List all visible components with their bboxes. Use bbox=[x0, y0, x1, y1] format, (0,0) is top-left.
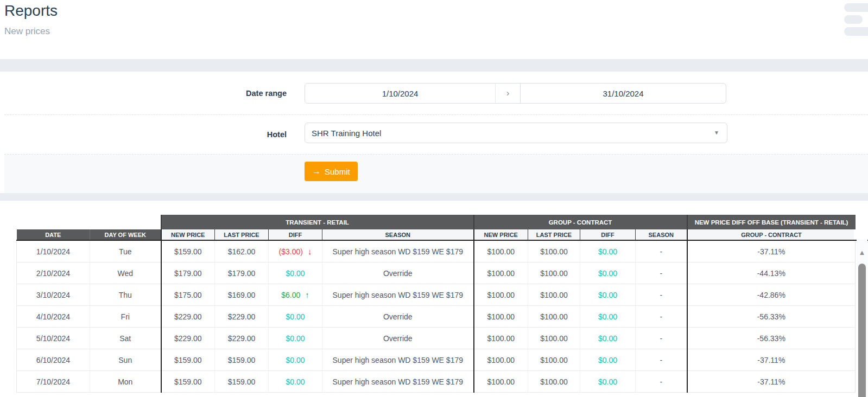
cell-diff-off-base: -37.11% bbox=[687, 240, 856, 262]
hotel-label: Hotel bbox=[4, 115, 287, 154]
cell-transient-new-price: $175.00 bbox=[161, 284, 215, 306]
cell-transient-last-price: $229.00 bbox=[215, 328, 269, 349]
cell-group-last-price: $100.00 bbox=[528, 306, 580, 328]
diff-value: $0.00 bbox=[598, 377, 617, 386]
cell-transient-season: Override bbox=[322, 262, 474, 284]
cell-date: 4/10/2024 bbox=[17, 306, 90, 328]
cell-group-new-price: $100.00 bbox=[474, 349, 528, 371]
cell-diff-off-base: -44.13% bbox=[687, 262, 856, 284]
diff-value: $0.00 bbox=[286, 312, 305, 321]
cell-date: 1/10/2024 bbox=[17, 240, 90, 262]
report-table-card: TRANSIENT - RETAILGROUP - CONTRACTNEW PR… bbox=[4, 201, 868, 397]
cell-transient-new-price: $159.00 bbox=[161, 240, 215, 262]
diff-value: $0.00 bbox=[598, 269, 617, 278]
group-header-new-price-diff: NEW PRICE DIFF OFF BASE (TRANSIENT - RET… bbox=[687, 215, 856, 229]
cell-transient-last-price: $159.00 bbox=[215, 349, 269, 371]
column-header: NEW PRICE bbox=[474, 229, 528, 240]
scroll-up-arrow-icon[interactable]: ▲ bbox=[857, 248, 867, 257]
scrollbar-header-spacer bbox=[854, 229, 868, 241]
cell-date: 2/10/2024 bbox=[17, 262, 90, 284]
cell-transient-last-price: $169.00 bbox=[215, 284, 269, 306]
cell-transient-diff: $0.00 bbox=[269, 306, 322, 328]
hotel-select[interactable]: SHR Training Hotel ▼ bbox=[305, 123, 727, 143]
cell-date: 5/10/2024 bbox=[17, 328, 90, 349]
cell-transient-season: Super high season WD $159 WE $179 bbox=[322, 240, 474, 262]
diff-value: $0.00 bbox=[598, 334, 617, 343]
cell-day-of-week: Mon bbox=[90, 371, 161, 393]
cell-transient-last-price: $162.00 bbox=[215, 240, 269, 262]
report-table-head: TRANSIENT - RETAILGROUP - CONTRACTNEW PR… bbox=[17, 215, 856, 240]
cell-diff-off-base: -56.33% bbox=[687, 306, 856, 328]
chevron-down-icon: ▼ bbox=[714, 130, 719, 136]
table-row: 2/10/2024Wed$179.00$179.00$0.00Override$… bbox=[17, 262, 856, 284]
chevron-right-icon: › bbox=[495, 83, 521, 104]
menu-bar-icon bbox=[844, 27, 868, 36]
cell-group-last-price: $100.00 bbox=[528, 349, 580, 371]
cell-group-last-price: $100.00 bbox=[528, 328, 580, 349]
column-header: DIFF bbox=[580, 229, 636, 240]
cell-group-last-price: $100.00 bbox=[528, 262, 580, 284]
cell-transient-diff: $0.00 bbox=[269, 349, 322, 371]
cell-transient-season: Super high season WD $159 WE $179 bbox=[322, 349, 474, 371]
page-header: Reports New prices bbox=[0, 0, 868, 59]
cell-group-new-price: $100.00 bbox=[474, 262, 528, 284]
cell-group-new-price: $100.00 bbox=[474, 240, 528, 262]
cell-date: 7/10/2024 bbox=[17, 371, 90, 393]
cell-group-last-price: $100.00 bbox=[528, 240, 580, 262]
vertical-scrollbar[interactable]: ▲ bbox=[857, 240, 867, 397]
page-subtitle: New prices bbox=[4, 26, 50, 37]
cell-transient-new-price: $159.00 bbox=[161, 371, 215, 393]
cell-transient-new-price: $229.00 bbox=[161, 306, 215, 328]
table-row: 1/10/2024Tue$159.00$162.00($3.00)↓Super … bbox=[17, 240, 856, 262]
diff-value: $0.00 bbox=[598, 356, 617, 364]
cell-day-of-week: Fri bbox=[90, 306, 161, 328]
cell-transient-last-price: $229.00 bbox=[215, 306, 269, 328]
cell-group-season: - bbox=[636, 284, 687, 306]
cell-diff-off-base: -42.86% bbox=[687, 284, 856, 306]
cell-group-diff: $0.00 bbox=[580, 262, 636, 284]
cell-group-diff: $0.00 bbox=[580, 371, 636, 393]
cell-transient-last-price: $179.00 bbox=[215, 262, 269, 284]
diff-value: $0.00 bbox=[286, 269, 305, 278]
cell-transient-season: Override bbox=[322, 328, 474, 349]
column-header: SEASON bbox=[636, 229, 687, 240]
cell-group-last-price: $100.00 bbox=[528, 371, 580, 393]
date-range-group: › bbox=[305, 83, 726, 104]
cell-transient-new-price: $159.00 bbox=[161, 349, 215, 371]
scrollbar-thumb[interactable] bbox=[858, 264, 866, 397]
cell-transient-diff: $0.00 bbox=[269, 371, 322, 393]
cell-group-season: - bbox=[636, 306, 687, 328]
cell-group-season: - bbox=[636, 371, 687, 393]
table-row: 3/10/2024Thu$175.00$169.00$6.00↑Super hi… bbox=[17, 284, 856, 306]
table-row: 7/10/2024Mon$159.00$159.00$0.00Super hig… bbox=[17, 371, 856, 393]
group-header-group-contract: GROUP - CONTRACT bbox=[474, 215, 687, 229]
submit-button[interactable]: → Submit bbox=[305, 162, 358, 181]
filter-footer: → Submit bbox=[4, 155, 868, 193]
date-to-input[interactable] bbox=[520, 83, 726, 104]
diff-value: $0.00 bbox=[598, 312, 617, 321]
page-title: Reports bbox=[4, 2, 58, 20]
arrow-up-icon: ↑ bbox=[305, 290, 309, 299]
table-row: 4/10/2024Fri$229.00$229.00$0.00Override$… bbox=[17, 306, 856, 328]
date-range-row: Date range › bbox=[4, 72, 868, 115]
date-range-label: Date range bbox=[4, 72, 287, 114]
cell-transient-season: Super high season WD $159 WE $179 bbox=[322, 284, 474, 306]
column-header: NEW PRICE bbox=[161, 229, 215, 240]
cell-transient-season: Override bbox=[322, 306, 474, 328]
cell-transient-last-price: $159.00 bbox=[215, 371, 269, 393]
cell-diff-off-base: -56.33% bbox=[687, 328, 856, 349]
column-header: SEASON bbox=[322, 229, 474, 240]
cell-group-season: - bbox=[636, 240, 687, 262]
cell-group-new-price: $100.00 bbox=[474, 328, 528, 349]
diff-value: $0.00 bbox=[286, 356, 305, 364]
column-header: GROUP - CONTRACT bbox=[687, 229, 856, 240]
date-from-input[interactable] bbox=[305, 83, 496, 104]
menu-toggle-icon[interactable] bbox=[844, 3, 868, 39]
cell-transient-diff: ($3.00)↓ bbox=[269, 240, 322, 262]
report-table: TRANSIENT - RETAILGROUP - CONTRACTNEW PR… bbox=[16, 215, 856, 393]
cell-group-diff: $0.00 bbox=[580, 240, 636, 262]
cell-group-new-price: $100.00 bbox=[474, 306, 528, 328]
column-header: DATE bbox=[17, 229, 90, 240]
cell-group-diff: $0.00 bbox=[580, 328, 636, 349]
diff-value: ($3.00) bbox=[279, 247, 303, 256]
